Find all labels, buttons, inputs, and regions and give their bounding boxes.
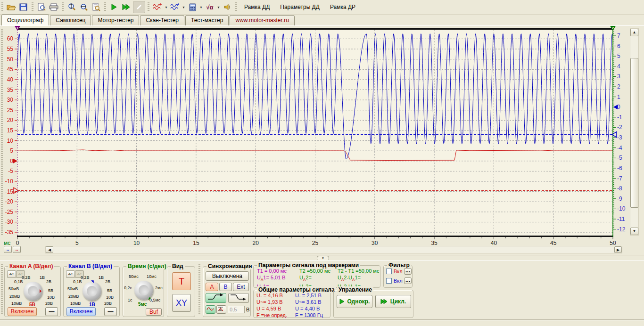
tab-website[interactable]: www.motor-master.ru [230, 15, 294, 25]
print-icon[interactable] [48, 1, 59, 13]
scroll-up-button[interactable]: ▲ [630, 29, 638, 36]
channel-b-range-knob[interactable] [83, 282, 101, 301]
formula-dropdown-icon[interactable]: ▼ [216, 6, 221, 9]
preview-icon[interactable] [36, 1, 47, 13]
t1-value: T1 = 0,00 мс [257, 268, 287, 274]
toolbar-separator [104, 2, 106, 12]
filter-b-checkbox[interactable] [386, 278, 392, 284]
scroll-down-button[interactable]: ▼ [630, 228, 638, 235]
dial-label: 5В [48, 288, 53, 293]
t2-t1-value: T2 - T1 =50,00 мс [338, 268, 379, 274]
tab-motor-tester[interactable]: Мотор-тестер [92, 15, 139, 25]
svg-text:45: 45 [7, 66, 14, 73]
panel-drag-handle[interactable] [1, 264, 3, 315]
svg-text:35: 35 [431, 240, 438, 246]
svg-text:40: 40 [491, 240, 497, 246]
timebase-knob[interactable] [134, 281, 153, 300]
wave-b-icon[interactable] [169, 1, 181, 13]
channel-a-power-button[interactable]: Включен [8, 307, 37, 316]
svg-text:-12: -12 [617, 226, 626, 233]
calculator-dropdown-icon[interactable]: ▼ [199, 6, 203, 9]
svg-text:-10: -10 [617, 205, 626, 212]
frame-dd-button[interactable]: Рамка ДД [239, 3, 274, 11]
svg-text:-8: -8 [617, 185, 622, 192]
frame-dr-button[interactable]: Рамка ДР [325, 3, 360, 11]
zoom-page-icon[interactable] [91, 1, 102, 13]
wave-a-dropdown-icon[interactable]: ▼ [164, 6, 168, 9]
dial-label: 2мс [155, 285, 163, 290]
scroll-right-button[interactable]: ▶ [614, 246, 622, 253]
sync-off-button[interactable]: Выключена [206, 271, 249, 281]
channel-b-invert-button[interactable]: — [104, 307, 117, 316]
ua1-value: UA1= 5,01 В [257, 274, 287, 283]
view-t-button[interactable]: T [172, 272, 191, 290]
cyclic-run-button[interactable]: Цикл. [375, 295, 411, 308]
save-icon[interactable] [18, 1, 29, 13]
dial-label: 2В [105, 279, 110, 284]
channel-a-autoscale-button[interactable]: A↕ [7, 270, 16, 278]
params-dd-button[interactable]: Параметры ДД [275, 3, 324, 11]
sync-source-a-button[interactable]: A [206, 283, 218, 291]
marker-measurements-panel: Параметры сигнала под маркерами T1 = 0,0… [253, 265, 380, 288]
channel-a-invert-button[interactable]: — [45, 307, 58, 316]
buffer-button[interactable]: Buf [146, 308, 162, 316]
sync-level-input[interactable] [228, 306, 245, 313]
edit-icon[interactable] [133, 1, 145, 13]
svg-text:35: 35 [7, 87, 14, 93]
run-cycle-icon[interactable] [121, 1, 132, 13]
panel-drag-handle[interactable] [198, 264, 200, 315]
dial-label: 10В [106, 295, 114, 300]
tab-scan-tester[interactable]: Скан-Тестер [140, 15, 184, 25]
channel-b-power-button[interactable]: Включен [66, 307, 96, 316]
wave-a-icon[interactable] [152, 1, 163, 13]
dial-label: 1с [128, 298, 132, 302]
wave-b-dropdown-icon[interactable]: ▼ [182, 6, 186, 9]
toolbar-drag-handle[interactable] [1, 2, 3, 12]
run-icon[interactable] [108, 1, 120, 13]
horizontal-scrollbar[interactable]: ◀ ▶ [45, 246, 622, 253]
svg-text:-10: -10 [5, 178, 14, 185]
open-icon[interactable] [6, 1, 17, 13]
chart-region: 05101520253035404550мс605550454035302520… [0, 26, 644, 260]
filter-a-label: Вкл [394, 269, 403, 274]
view-panel: Вид T XY [167, 266, 195, 317]
toolbar-separator [148, 2, 149, 12]
svg-text:10: 10 [133, 240, 140, 246]
marker-a-button[interactable]: .. [4, 246, 12, 253]
sync-edge-rising-button[interactable] [206, 293, 226, 303]
vertical-scrollbar[interactable]: ▲ ▼ [630, 28, 639, 236]
channel-b-autoscale-button[interactable]: A↕ [66, 270, 75, 278]
scroll-left-button[interactable]: ◀ [46, 246, 53, 253]
dial-label: 0,2c [124, 285, 132, 290]
filter-a-settings-button[interactable]: ... [404, 268, 412, 275]
tab-test-master[interactable]: Тест-мастер [185, 15, 229, 25]
sync-mode-pulse-button[interactable] [216, 305, 226, 314]
vertical-scroll-thumb[interactable] [630, 58, 638, 208]
sound-icon[interactable] [222, 1, 233, 13]
sync-source-ext-button[interactable]: Ext [233, 283, 249, 291]
oscilloscope-plot[interactable]: 05101520253035404550мс605550454035302520… [0, 26, 644, 254]
single-run-button[interactable]: Однокр. [337, 295, 372, 308]
marker-b-button[interactable]: .. [13, 246, 21, 253]
channel-b-title: Канал B (В/дел) [67, 263, 114, 269]
sync-source-b-button[interactable]: B [219, 283, 232, 291]
sync-edge-falling-button[interactable] [228, 293, 249, 303]
general-measurements-panel: Общие параметры сигнала U- = 4,16 В U~= … [253, 290, 330, 318]
tab-oscilloscope[interactable]: Осциллограф [1, 14, 49, 25]
filter-b-settings-button[interactable]: ... [404, 277, 412, 284]
oscilloscope-app: { "toolbar": { "icons": ["open-icon","sa… [0, 0, 644, 326]
channel-a-selected-range: 5В [29, 302, 35, 307]
svg-text:-2: -2 [617, 124, 622, 130]
dial-label: 1В [40, 275, 45, 280]
ch-a-u: U = 4,59 В [256, 305, 287, 312]
tab-recorder[interactable]: Самописец [50, 15, 91, 25]
zoom-vertical-icon[interactable] [66, 1, 77, 13]
svg-text:1: 1 [617, 94, 620, 100]
channel-a-range-knob[interactable] [24, 282, 42, 301]
zoom-horizontal-icon[interactable] [78, 1, 90, 13]
sync-mode-wave-button[interactable] [206, 305, 215, 314]
calculator-icon[interactable] [187, 1, 198, 13]
view-xy-button[interactable]: XY [172, 294, 191, 312]
formula-icon[interactable]: √α [204, 1, 215, 13]
filter-a-checkbox[interactable] [386, 269, 392, 274]
